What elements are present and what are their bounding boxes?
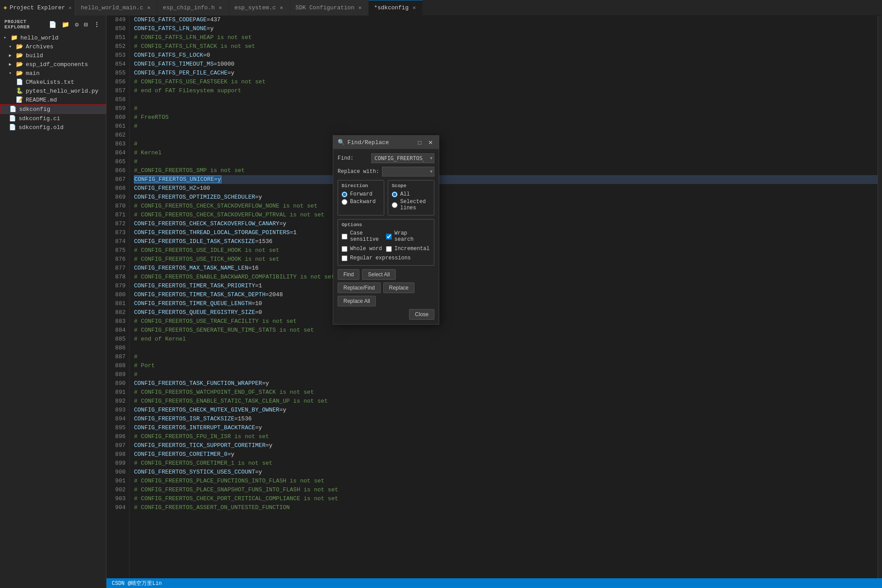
replace-all-button[interactable]: Replace All bbox=[338, 296, 376, 306]
new-file-icon[interactable]: 📄 bbox=[47, 20, 59, 29]
tab-esp_system[interactable]: esp_system.c✕ bbox=[229, 0, 290, 16]
sidebar-item-sdkconfig_old[interactable]: 📄sdkconfig.old bbox=[0, 123, 106, 132]
forward-label[interactable]: Forward bbox=[350, 191, 372, 197]
incremental-label[interactable]: Incremental bbox=[394, 246, 429, 252]
dialog-title-bar[interactable]: 🔍 Find/Replace □ ✕ bbox=[333, 136, 439, 149]
sidebar-item-esp_idf_components[interactable]: ▶📂esp_idf_components bbox=[0, 60, 106, 69]
backward-radio[interactable] bbox=[342, 199, 347, 205]
item-icon-main: 📂 bbox=[16, 70, 23, 77]
select-all-button[interactable]: Select All bbox=[362, 269, 395, 280]
find-dropdown-arrow[interactable]: ▼ bbox=[430, 156, 433, 161]
collapse-icon[interactable]: ⊟ bbox=[83, 20, 90, 29]
replace-find-button[interactable]: Replace/Find bbox=[338, 282, 381, 293]
code-line-896: # CONFIG_FREERTOS_FPU_IN_ISR is not set bbox=[134, 432, 878, 441]
selected-lines-radio[interactable] bbox=[392, 202, 398, 208]
more-icon[interactable]: ⋮ bbox=[92, 20, 102, 29]
whole-word-checkbox[interactable] bbox=[342, 246, 347, 252]
sidebar-item-pytest_hello_world[interactable]: 🐍pytest_hello_world.py bbox=[0, 86, 106, 95]
sidebar-item-CMakeLists[interactable]: 📄CMakeLists.txt bbox=[0, 78, 106, 86]
dialog-title-left: 🔍 Find/Replace bbox=[338, 139, 389, 146]
close-button[interactable]: Close bbox=[409, 309, 434, 320]
code-editor[interactable]: 8498508518528538548558568578588598608618… bbox=[106, 16, 882, 588]
replace-input[interactable] bbox=[382, 167, 434, 176]
wrap-search-label[interactable]: Wrap search bbox=[394, 230, 429, 243]
dialog-close-button[interactable]: ✕ bbox=[426, 138, 434, 146]
line-num-861: 861 bbox=[110, 122, 126, 131]
forward-radio[interactable] bbox=[342, 192, 347, 197]
tab-esp_chip_info[interactable]: esp_chip_info.h✕ bbox=[158, 0, 229, 16]
case-sensitive-checkbox[interactable] bbox=[342, 234, 347, 239]
code-line-881: CONFIG_FREERTOS_TIMER_QUEUE_LENGTH=10 bbox=[134, 299, 878, 308]
code-line-901: # CONFIG_FREERTOS_PLACE_FUNCTIONS_INTO_F… bbox=[134, 477, 878, 486]
tab-close-esp_chip_info[interactable]: ✕ bbox=[217, 4, 223, 12]
code-line-900: CONFIG_FREERTOS_SYSTICK_USES_CCOUNT=y bbox=[134, 468, 878, 477]
item-icon-archives: 📂 bbox=[16, 43, 23, 50]
line-num-855: 855 bbox=[110, 69, 126, 78]
line-num-868: 868 bbox=[110, 184, 126, 193]
tab-close-sdkconfig[interactable]: ✕ bbox=[411, 4, 417, 12]
line-num-892: 892 bbox=[110, 397, 126, 406]
dialog-title: Find/Replace bbox=[347, 139, 389, 146]
find-replace-dialog[interactable]: 🔍 Find/Replace □ ✕ Find: bbox=[333, 135, 439, 325]
item-label-CMakeLists: CMakeLists.txt bbox=[26, 79, 74, 86]
find-button[interactable]: Find bbox=[338, 269, 359, 280]
item-icon-sdkconfig_ci: 📄 bbox=[9, 115, 16, 122]
sidebar-item-sdkconfig_ci[interactable]: 📄sdkconfig.ci bbox=[0, 114, 106, 123]
line-num-887: 887 bbox=[110, 353, 126, 361]
code-line-886 bbox=[134, 344, 878, 353]
sidebar-item-README[interactable]: 📝README.md bbox=[0, 95, 106, 104]
all-label[interactable]: All bbox=[400, 191, 410, 197]
sidebar-item-main[interactable]: ▾📂main bbox=[0, 69, 106, 78]
code-line-853: CONFIG_FATFS_FS_LOCK=0 bbox=[134, 51, 878, 60]
find-input[interactable] bbox=[371, 153, 434, 163]
item-label-sdkconfig_file: sdkconfig bbox=[19, 106, 50, 113]
replace-button[interactable]: Replace bbox=[383, 282, 414, 293]
sidebar-item-build[interactable]: ▶📂build bbox=[0, 51, 106, 60]
code-line-851: # CONFIG_FATFS_LFN_HEAP is not set bbox=[134, 33, 878, 42]
regex-checkbox[interactable] bbox=[342, 255, 347, 261]
tab-hello_world_main[interactable]: hello_world_main.c✕ bbox=[75, 0, 158, 16]
line-num-849: 849 bbox=[110, 16, 126, 24]
tab-sdk_configuration[interactable]: SDK Configuration✕ bbox=[290, 0, 369, 16]
line-num-866: 866 bbox=[110, 166, 126, 175]
replace-dropdown-arrow[interactable]: ▼ bbox=[430, 169, 433, 174]
backward-radio-row: Backward bbox=[342, 199, 380, 205]
code-line-891: # CONFIG_FREERTOS_WATCHPOINT_END_OF_STAC… bbox=[134, 388, 878, 397]
selected-lines-label[interactable]: Selected lines bbox=[400, 199, 430, 211]
sidebar-item-hello_world[interactable]: ▾📁hello_world bbox=[0, 33, 106, 42]
tab-close-sdk_configuration[interactable]: ✕ bbox=[357, 4, 363, 12]
close-project-icon[interactable]: ✕ bbox=[69, 5, 72, 11]
tab-sdkconfig[interactable]: *sdkconfig✕ bbox=[369, 0, 423, 16]
find-input-wrap: ▼ bbox=[371, 153, 434, 163]
code-lines[interactable]: CONFIG_FATFS_CODEPAGE=437CONFIG_FATFS_LF… bbox=[130, 16, 878, 588]
code-line-875: # CONFIG_FREERTOS_USE_IDLE_HOOK is not s… bbox=[134, 246, 878, 255]
regex-label[interactable]: Regular expressions bbox=[350, 255, 411, 261]
tab-close-hello_world_main[interactable]: ✕ bbox=[146, 4, 152, 12]
tab-label-sdkconfig: *sdkconfig bbox=[374, 4, 409, 11]
case-sensitive-label[interactable]: Case sensitive bbox=[350, 230, 384, 243]
wrap-search-checkbox[interactable] bbox=[386, 234, 392, 239]
project-explorer-tab[interactable]: ◈ Project Explorer ✕ bbox=[0, 0, 75, 16]
line-num-872: 872 bbox=[110, 220, 126, 228]
line-num-880: 880 bbox=[110, 290, 126, 299]
filter-icon[interactable]: ⚙ bbox=[73, 20, 81, 29]
tab-close-esp_system[interactable]: ✕ bbox=[279, 4, 284, 12]
whole-word-label[interactable]: Whole word bbox=[350, 246, 382, 252]
line-num-871: 871 bbox=[110, 211, 126, 220]
line-num-874: 874 bbox=[110, 237, 126, 246]
item-label-hello_world: hello_world bbox=[20, 35, 59, 41]
code-line-862 bbox=[134, 131, 878, 140]
line-num-853: 853 bbox=[110, 51, 126, 60]
code-line-858 bbox=[134, 95, 878, 104]
all-radio[interactable] bbox=[392, 192, 398, 197]
sidebar-item-archives[interactable]: ▾📂Archives bbox=[0, 42, 106, 51]
new-folder-icon[interactable]: 📁 bbox=[60, 20, 71, 29]
backward-label[interactable]: Backward bbox=[350, 199, 376, 205]
dialog-body: Find: ▼ Replace with: ▼ bbox=[333, 149, 439, 324]
sidebar-item-sdkconfig_file[interactable]: 📄sdkconfig bbox=[0, 104, 106, 114]
direction-scope-groups: Direction Forward Backward bbox=[338, 180, 434, 216]
item-icon-sdkconfig_file: 📄 bbox=[9, 106, 16, 113]
incremental-checkbox[interactable] bbox=[386, 246, 392, 252]
dialog-minimize-button[interactable]: □ bbox=[416, 138, 424, 146]
regex-row: Regular expressions bbox=[342, 255, 430, 261]
